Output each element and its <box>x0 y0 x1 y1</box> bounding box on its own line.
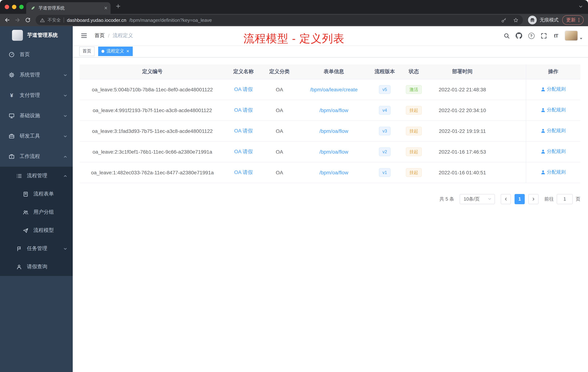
user-avatar <box>565 31 578 40</box>
next-page-button[interactable] <box>528 194 538 204</box>
sidebar-item-process-model[interactable]: 流程模型 <box>0 221 73 240</box>
sidebar-item-infrastructure[interactable]: 基础设施 <box>0 106 73 126</box>
form-info-link[interactable]: /bpm/oa/flow <box>319 128 348 134</box>
form-info-link[interactable]: /bpm/oa/leave/create <box>310 87 358 92</box>
assign-rule-link[interactable]: 分配规则 <box>541 169 566 176</box>
incognito-icon <box>528 16 537 24</box>
search-icon[interactable] <box>500 26 513 45</box>
favicon <box>31 5 36 11</box>
tab-title: 芋道管理系统 <box>39 5 101 11</box>
form-info-link[interactable]: /bpm/oa/flow <box>319 169 348 175</box>
assign-rule-link[interactable]: 分配规则 <box>541 128 566 134</box>
sidebar-item-workflow[interactable]: 工作流程 <box>0 146 73 167</box>
current-page-button[interactable]: 1 <box>514 194 525 204</box>
toolbox-icon <box>8 133 15 139</box>
sidebar-item-label: 系统管理 <box>20 72 63 78</box>
sidebar-item-user-group[interactable]: 用户分组 <box>0 203 73 221</box>
browser-tab[interactable]: 芋道管理系统 <box>26 2 111 14</box>
definition-name-link[interactable]: OA 请假 <box>234 128 253 133</box>
sidebar-item-dev-tools[interactable]: 研发工具 <box>0 126 73 146</box>
status-badge: 挂起 <box>406 168 422 177</box>
browser-menu-dots-icon[interactable] <box>578 17 580 22</box>
status-badge: 激活 <box>406 85 422 94</box>
update-label: 更新 <box>566 17 576 23</box>
col-header-deploy-time: 部署时间 <box>429 65 496 79</box>
chevron-down-icon <box>63 73 67 77</box>
definition-name-link[interactable]: OA 请假 <box>234 107 253 113</box>
sidebar-item-process-management[interactable]: 流程管理 <box>0 167 73 185</box>
sidebar-item-label: 用户分组 <box>33 209 67 216</box>
form-info-link[interactable]: /bpm/oa/flow <box>319 149 348 154</box>
sidebar-item-label: 首页 <box>20 51 67 58</box>
chevron-down-icon <box>63 247 67 251</box>
cell-deploy-time: 2022-01-16 01:40:51 <box>429 162 496 183</box>
paper-plane-icon <box>22 228 29 233</box>
breadcrumb-current: 流程定义 <box>113 33 133 39</box>
sidebar-item-process-form[interactable]: 流程表单 <box>0 185 73 203</box>
infrastructure-icon <box>8 113 15 119</box>
font-size-icon[interactable]: tT <box>550 26 562 45</box>
forward-icon[interactable] <box>12 15 22 25</box>
main-area: 首页 / 流程定义 ? <box>73 26 588 372</box>
page-size-value: 10条/页 <box>464 196 480 202</box>
process-definition-table: 定义编号 定义名称 定义分类 表单信息 流程版本 状态 部署时间 操作 <box>80 65 580 183</box>
sidebar-item-label: 流程模型 <box>33 227 67 234</box>
definition-name-link[interactable]: OA 请假 <box>234 169 253 175</box>
password-key-icon[interactable] <box>501 17 506 23</box>
prev-page-button[interactable] <box>501 194 511 204</box>
table-header-row: 定义编号 定义名称 定义分类 表单信息 流程版本 状态 部署时间 操作 <box>80 65 580 79</box>
page-size-select[interactable]: 10条/页 <box>460 194 495 204</box>
back-icon[interactable] <box>2 15 12 25</box>
breadcrumb-home-link[interactable]: 首页 <box>94 33 105 39</box>
sidebar-item-task-management[interactable]: 任务管理 <box>0 240 73 258</box>
definition-name-link[interactable]: OA 请假 <box>234 86 253 92</box>
window-controls <box>0 5 24 9</box>
sidebar-item-payment[interactable]: ¥ 支付管理 <box>0 85 73 106</box>
cell-filler <box>496 79 526 100</box>
new-tab-button[interactable] <box>116 4 121 9</box>
table-row: oa_leave:4:991f2193-7b7f-11ec-a3c8-acde4… <box>80 100 580 120</box>
chevron-down-icon <box>63 93 67 97</box>
assign-rule-label: 分配规则 <box>547 148 566 155</box>
app-title: 芋道管理系统 <box>27 32 58 39</box>
sidebar-item-system[interactable]: 系统管理 <box>0 65 73 85</box>
chevron-up-icon <box>63 174 67 178</box>
sidebar-collapse-icon[interactable] <box>78 33 90 39</box>
user-menu[interactable] <box>565 31 583 40</box>
sidebar-item-label: 支付管理 <box>20 92 63 99</box>
tag-process-definition[interactable]: 流程定义 <box>98 46 133 56</box>
fullscreen-icon[interactable] <box>537 26 550 45</box>
col-header-filler <box>496 65 526 79</box>
reload-icon[interactable] <box>22 15 33 25</box>
sidebar-item-leave-query[interactable]: 请假查询 <box>0 258 73 276</box>
tag-home[interactable]: 首页 <box>79 46 94 56</box>
sidebar-item-home[interactable]: 首页 <box>0 44 73 65</box>
goto-page-input[interactable] <box>557 194 573 204</box>
assign-rule-link[interactable]: 分配规则 <box>541 107 566 113</box>
github-icon[interactable] <box>513 26 525 45</box>
dashboard-icon <box>8 52 15 57</box>
address-bar[interactable]: 不安全 dashboard.yudao.iocoder.cn /bpm/mana… <box>36 15 523 25</box>
help-icon[interactable]: ? <box>525 26 537 45</box>
url-path: /bpm/manager/definition?key=oa_leave <box>129 17 494 23</box>
app-logo-avatar <box>12 30 23 41</box>
bookmark-star-icon[interactable] <box>513 17 519 23</box>
active-tag-dot <box>101 50 104 53</box>
assign-rule-link[interactable]: 分配规则 <box>541 148 566 155</box>
window-close-button[interactable] <box>5 5 9 9</box>
tag-close-icon[interactable] <box>126 50 129 53</box>
assign-rule-link[interactable]: 分配规则 <box>541 86 566 93</box>
app-navbar: 首页 / 流程定义 ? <box>73 26 588 45</box>
form-info-link[interactable]: /bpm/oa/flow <box>319 107 348 113</box>
col-header-action: 操作 <box>526 65 580 79</box>
cell-category: OA <box>262 79 297 100</box>
window-minimize-button[interactable] <box>12 5 16 9</box>
definition-name-link[interactable]: OA 请假 <box>234 148 253 154</box>
cell-category: OA <box>262 141 297 162</box>
tab-search-chevron-icon[interactable] <box>578 4 583 9</box>
window-zoom-button[interactable] <box>19 5 24 9</box>
security-warning-icon[interactable] <box>40 18 45 22</box>
chrome-update-button[interactable]: 更新 <box>562 15 584 25</box>
sidebar-logo[interactable]: 芋道管理系统 <box>0 26 73 44</box>
tab-close-icon[interactable] <box>104 6 108 10</box>
